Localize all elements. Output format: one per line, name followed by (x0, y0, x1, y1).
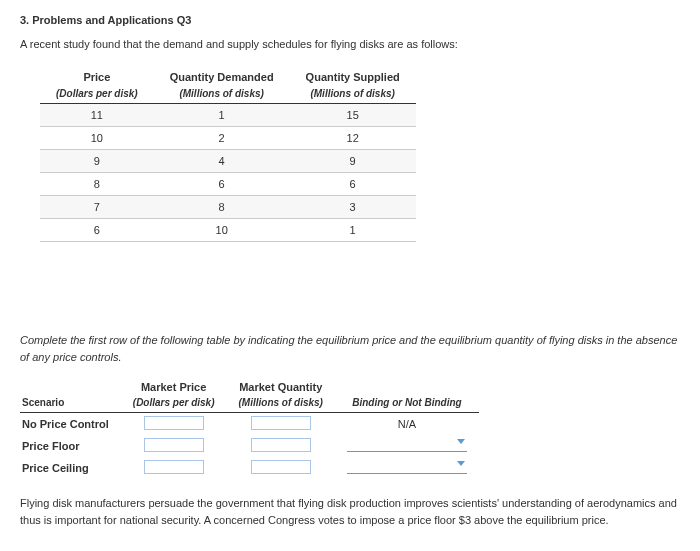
unit-market-price: (Dollars per disk) (121, 395, 227, 413)
table-row: 6101 (40, 219, 416, 242)
cell: 6 (40, 219, 154, 242)
scenario-label: Price Floor (20, 435, 121, 457)
cell: 4 (154, 150, 290, 173)
blank-head2 (335, 379, 479, 395)
unit-qd: (Millions of disks) (154, 86, 290, 104)
table-row: 11115 (40, 104, 416, 127)
scenario-label: Price Ceiling (20, 457, 121, 479)
market-qty-input[interactable] (251, 438, 311, 452)
scenario-label: No Price Control (20, 413, 121, 436)
cell: 8 (40, 173, 154, 196)
cell: 10 (154, 219, 290, 242)
data-body: 11115102129498667836101 (40, 104, 416, 242)
answer-row: Price Floor (20, 435, 479, 457)
cell: 11 (40, 104, 154, 127)
col-scenario: Scenario (20, 395, 121, 413)
blank-head (20, 379, 121, 395)
answer-table: Market Price Market Quantity Scenario (D… (20, 379, 479, 479)
price-cell (121, 435, 227, 457)
cell: 9 (290, 150, 416, 173)
intro-text: A recent study found that the demand and… (20, 38, 680, 50)
answer-row: Price Ceiling (20, 457, 479, 479)
table-row: 10212 (40, 127, 416, 150)
chevron-down-icon (457, 439, 465, 444)
cell: 12 (290, 127, 416, 150)
answer-row: No Price ControlN/A (20, 413, 479, 436)
market-price-input[interactable] (144, 438, 204, 452)
footer-text: Flying disk manufacturers persuade the g… (20, 495, 680, 528)
market-qty-input[interactable] (251, 416, 311, 430)
market-price-input[interactable] (144, 460, 204, 474)
question-heading: 3. Problems and Applications Q3 (20, 14, 680, 26)
answer-body: No Price ControlN/APrice FloorPrice Ceil… (20, 413, 479, 480)
binding-cell (335, 457, 479, 479)
table-row: 949 (40, 150, 416, 173)
cell: 9 (40, 150, 154, 173)
binding-dropdown[interactable] (347, 438, 467, 452)
cell: 8 (154, 196, 290, 219)
cell: 7 (40, 196, 154, 219)
cell: 1 (154, 104, 290, 127)
market-qty-input[interactable] (251, 460, 311, 474)
binding-cell (335, 435, 479, 457)
price-cell (121, 413, 227, 436)
cell: 6 (154, 173, 290, 196)
table-row: 866 (40, 173, 416, 196)
cell: 3 (290, 196, 416, 219)
binding-dropdown[interactable] (347, 460, 467, 474)
cell: 15 (290, 104, 416, 127)
table-row: 783 (40, 196, 416, 219)
qty-cell (227, 413, 335, 436)
col-qd: Quantity Demanded (154, 68, 290, 86)
cell: 10 (40, 127, 154, 150)
unit-price: (Dollars per disk) (40, 86, 154, 104)
instruction-text: Complete the first row of the following … (20, 332, 680, 365)
cell: 1 (290, 219, 416, 242)
chevron-down-icon (457, 461, 465, 466)
price-cell (121, 457, 227, 479)
col-market-price: Market Price (121, 379, 227, 395)
col-binding: Binding or Not Binding (335, 395, 479, 413)
col-qs: Quantity Supplied (290, 68, 416, 86)
binding-cell: N/A (335, 413, 479, 436)
col-price: Price (40, 68, 154, 86)
supply-demand-table: Price Quantity Demanded Quantity Supplie… (40, 68, 416, 242)
unit-market-qty: (Millions of disks) (227, 395, 335, 413)
col-market-qty: Market Quantity (227, 379, 335, 395)
qty-cell (227, 457, 335, 479)
qty-cell (227, 435, 335, 457)
cell: 2 (154, 127, 290, 150)
cell: 6 (290, 173, 416, 196)
market-price-input[interactable] (144, 416, 204, 430)
unit-qs: (Millions of disks) (290, 86, 416, 104)
